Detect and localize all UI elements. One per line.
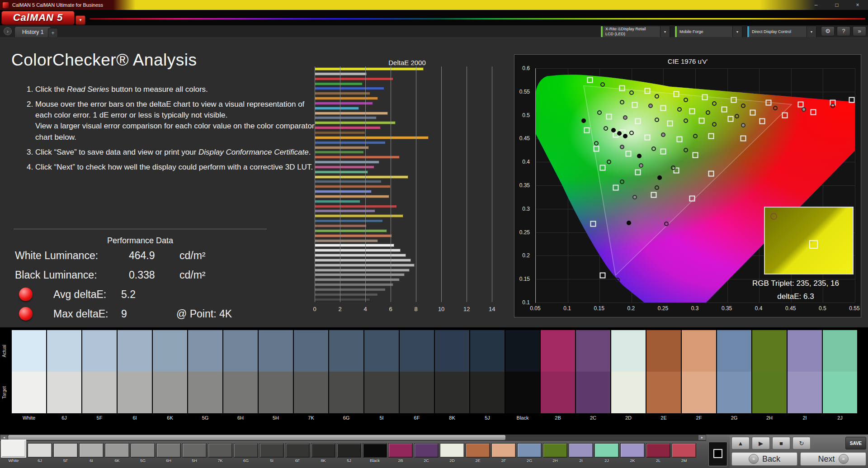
pattern-swatch-button[interactable]: 6F — [285, 443, 310, 463]
deltae-bar[interactable] — [315, 136, 429, 139]
pattern-swatch-button[interactable]: 2D — [440, 443, 464, 463]
deltae-bar[interactable] — [315, 102, 373, 105]
deltae-bar[interactable] — [315, 92, 370, 95]
toolbar-buttons: ⚙ ? » — [821, 26, 866, 36]
device-dropdown[interactable]: Direct Display Control▼ — [747, 26, 816, 38]
pattern-swatch-button[interactable]: 2J — [594, 443, 619, 463]
add-tab-button[interactable]: + — [48, 28, 58, 37]
close-button[interactable]: × — [847, 0, 868, 10]
pattern-window-button[interactable] — [708, 442, 727, 466]
logo-dropdown-button[interactable]: ▼ — [75, 15, 85, 25]
deltae-bar[interactable] — [315, 293, 378, 296]
deltae-bar[interactable] — [315, 283, 393, 286]
pattern-swatch-button[interactable]: 7K — [208, 443, 232, 463]
deltae-bar[interactable] — [315, 278, 400, 281]
deltae-bar[interactable] — [315, 141, 386, 144]
deltae-bar[interactable] — [315, 87, 384, 90]
pattern-swatch-button[interactable]: 2G — [517, 443, 542, 463]
pattern-swatch-button[interactable]: 5H — [182, 443, 207, 463]
back-button[interactable]: « Back — [731, 452, 797, 466]
pattern-swatch-button[interactable]: 2E — [466, 443, 490, 463]
deltae-bar[interactable] — [315, 239, 378, 242]
minimize-button[interactable]: – — [806, 0, 826, 10]
deltae-bar[interactable] — [315, 288, 386, 291]
cie-circle-marker — [651, 147, 656, 151]
deltae-bar[interactable] — [315, 72, 367, 76]
pattern-swatch-button[interactable]: 8K — [311, 443, 335, 463]
pattern-swatch-button[interactable]: 2K — [620, 443, 645, 463]
pattern-swatch-button[interactable]: 2H — [543, 443, 567, 463]
deltae-bar[interactable] — [315, 180, 382, 183]
pattern-swatch-button[interactable]: 5G — [131, 443, 155, 463]
maximize-button[interactable]: □ — [826, 0, 847, 10]
pattern-swatch-button[interactable]: 6I — [79, 443, 104, 463]
deltae-bar[interactable] — [315, 121, 396, 124]
transport-button[interactable]: ▲ — [731, 437, 750, 449]
pattern-swatch-button[interactable]: 2C — [414, 443, 439, 463]
pattern-swatch-button[interactable]: Black — [363, 443, 387, 463]
pattern-swatch-button[interactable]: 2I — [569, 443, 593, 463]
deltae-bar[interactable] — [315, 116, 377, 119]
deltae-bar[interactable] — [315, 205, 397, 208]
pattern-swatch-button[interactable]: 6J — [28, 443, 52, 463]
deltae-bar[interactable] — [315, 219, 383, 222]
deltae-bar[interactable] — [315, 107, 359, 110]
deltae-bar[interactable] — [315, 112, 388, 115]
deltae-bar[interactable] — [315, 269, 410, 272]
deltae-bar[interactable] — [315, 244, 394, 247]
scroll-right-arrow-icon[interactable]: ► — [698, 435, 706, 440]
save-button[interactable]: SAVE — [845, 437, 866, 449]
pattern-swatch-button[interactable]: 5I — [259, 443, 284, 463]
patch-label: 2E — [646, 415, 681, 421]
deltae-bar[interactable] — [315, 77, 393, 80]
pattern-swatch-button[interactable]: 5F — [53, 443, 78, 463]
transport-button[interactable]: ↻ — [793, 437, 811, 449]
deltae-bar[interactable] — [315, 234, 392, 237]
deltae-bar[interactable] — [315, 190, 372, 193]
pattern-swatch-button[interactable]: 2F — [491, 443, 516, 463]
deltae-bar[interactable] — [315, 200, 360, 203]
deltae-bar[interactable] — [315, 264, 415, 267]
horizontal-scrollbar[interactable]: ◄ ► — [0, 435, 706, 441]
settings-gear-button[interactable]: ⚙ — [821, 26, 835, 36]
deltae-bar[interactable] — [315, 254, 406, 257]
deltae-bar[interactable] — [315, 175, 408, 179]
deltae-bar[interactable] — [315, 259, 411, 262]
tab-history-1[interactable]: History 1 — [14, 26, 51, 38]
deltae-bar[interactable] — [315, 146, 369, 149]
device-dropdown[interactable]: X-Rite i1Display RetailLCD (LED)▼ — [600, 26, 670, 38]
deltae-bar[interactable] — [315, 97, 378, 100]
deltae-bar[interactable] — [315, 82, 363, 85]
pattern-swatch-button[interactable]: 5J — [337, 443, 361, 463]
scrollbar-thumb[interactable] — [8, 435, 505, 440]
device-dropdown[interactable]: Mobile Forge▼ — [675, 26, 742, 38]
deltae-bar[interactable] — [315, 229, 387, 232]
deltae-bar[interactable] — [315, 185, 391, 188]
tab-scroll-button[interactable]: › — [4, 27, 12, 35]
deltae-bar[interactable] — [315, 126, 381, 129]
pattern-swatch-button[interactable]: 2M — [672, 443, 696, 463]
deltae-bar[interactable] — [315, 298, 370, 301]
pattern-swatch-button[interactable]: 2L — [646, 443, 670, 463]
pattern-swatch-button[interactable]: 2B — [388, 443, 413, 463]
pattern-swatch-button[interactable]: White — [1, 442, 26, 463]
deltae-bar[interactable] — [315, 224, 367, 227]
deltae-bar[interactable] — [315, 249, 401, 252]
deltae-bar[interactable] — [315, 151, 364, 154]
swatch-label: 2F — [491, 459, 516, 463]
deltae-bar[interactable] — [315, 214, 403, 217]
pattern-swatch-button[interactable]: 6K — [105, 443, 129, 463]
deltae-bar[interactable] — [315, 161, 379, 164]
deltae-bar[interactable] — [315, 67, 424, 71]
deltae-bar[interactable] — [315, 209, 375, 213]
next-button[interactable]: Next » — [800, 452, 866, 466]
pattern-swatch-button[interactable]: 6G — [234, 443, 258, 463]
help-button[interactable]: ? — [837, 26, 850, 36]
deltae-bar[interactable] — [315, 170, 368, 174]
expand-button[interactable]: » — [853, 26, 866, 36]
deltae-bar[interactable] — [315, 195, 389, 198]
deltae-bar[interactable] — [315, 156, 400, 159]
transport-button[interactable]: ■ — [772, 437, 790, 449]
pattern-swatch-button[interactable]: 6H — [156, 443, 181, 463]
transport-button[interactable]: ▶ — [752, 437, 770, 449]
